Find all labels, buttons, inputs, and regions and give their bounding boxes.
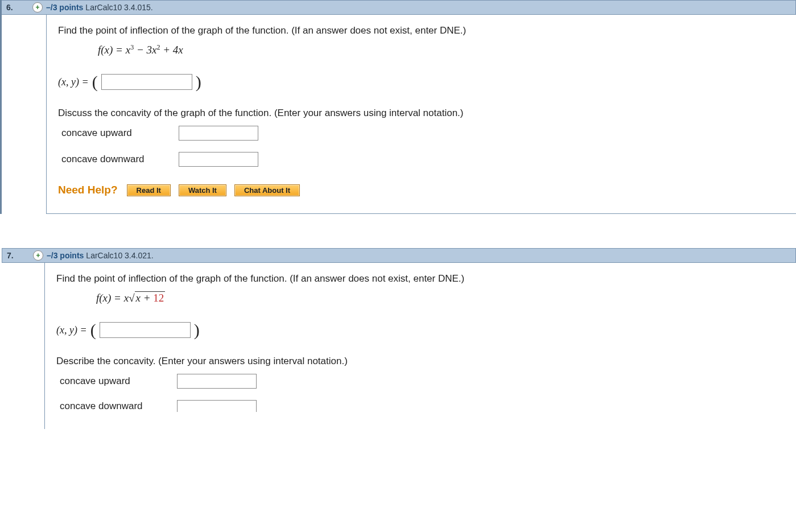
open-paren: ( <box>90 320 96 340</box>
chat-about-it-button[interactable]: Chat About It <box>234 184 300 196</box>
discuss-text: Describe the concavity. (Enter your answ… <box>56 356 785 367</box>
close-paren: ) <box>194 320 200 340</box>
expand-icon[interactable]: + <box>33 250 43 261</box>
formula: f(x) = x3 − 3x2 + 4x <box>98 43 785 56</box>
help-bar: Need Help? Read It Watch It Chat About I… <box>58 184 785 196</box>
watch-it-button[interactable]: Watch It <box>179 184 226 196</box>
question-header[interactable]: 6. + –/3 points LarCalc10 3.4.015. <box>2 0 796 15</box>
question-7: 7. + –/3 points LarCalc10 3.4.021. Find … <box>0 248 796 429</box>
help-label: Need Help? <box>58 184 118 196</box>
concave-up-input[interactable] <box>177 374 257 389</box>
sqrt-constant: 12 <box>153 292 164 304</box>
concave-up-input[interactable] <box>179 126 258 141</box>
inflection-input[interactable] <box>100 322 191 338</box>
points-label: –/3 points <box>47 251 84 260</box>
concave-down-label: concave downward <box>56 401 174 412</box>
concave-down-label: concave downward <box>58 154 175 165</box>
instruction-text: Find the point of inflection of the grap… <box>58 25 785 36</box>
question-6: 6. + –/3 points LarCalc10 3.4.015. Find … <box>0 0 796 214</box>
points-label: –/3 points <box>46 3 83 12</box>
formula-part: − 3x <box>134 44 156 56</box>
open-paren: ( <box>92 72 98 92</box>
question-number: 7. <box>7 251 33 260</box>
concave-up-row: concave upward <box>58 126 785 141</box>
answer-line: (x, y) = ( ) <box>56 320 785 340</box>
inflection-input[interactable] <box>101 74 192 90</box>
sqrt-inner: x + <box>136 292 154 304</box>
answer-label: (x, y) = <box>56 324 87 336</box>
concave-down-row: concave downward <box>56 400 785 412</box>
instruction-text: Find the point of inflection of the grap… <box>56 273 785 284</box>
question-number: 6. <box>6 3 32 12</box>
concave-up-label: concave upward <box>56 376 174 387</box>
expand-icon[interactable]: + <box>32 2 43 13</box>
concavity-block: concave upward concave downward <box>58 126 785 167</box>
question-ref: LarCalc10 3.4.015. <box>85 3 152 12</box>
question-header[interactable]: 7. + –/3 points LarCalc10 3.4.021. <box>2 248 796 263</box>
close-paren: ) <box>196 72 201 92</box>
formula-part: f(x) = x <box>96 292 129 304</box>
read-it-button[interactable]: Read It <box>127 184 171 196</box>
concave-up-label: concave upward <box>58 127 175 139</box>
formula-part: + 4x <box>160 44 183 56</box>
concave-down-row: concave downward <box>58 152 785 167</box>
formula: f(x) = x√x + 12 <box>96 291 785 304</box>
concave-down-input[interactable] <box>177 400 257 412</box>
formula-part: f(x) = x <box>98 44 130 56</box>
question-body: Find the point of inflection of the grap… <box>46 15 796 214</box>
question-ref: LarCalc10 3.4.021. <box>86 251 153 260</box>
concave-down-input[interactable] <box>179 152 258 167</box>
question-body: Find the point of inflection of the grap… <box>44 263 796 429</box>
concavity-block: concave upward concave downward <box>56 374 785 412</box>
discuss-text: Discuss the concavity of the graph of th… <box>58 108 785 119</box>
concave-up-row: concave upward <box>56 374 785 389</box>
answer-label: (x, y) = <box>58 76 89 88</box>
answer-line: (x, y) = ( ) <box>58 72 785 92</box>
